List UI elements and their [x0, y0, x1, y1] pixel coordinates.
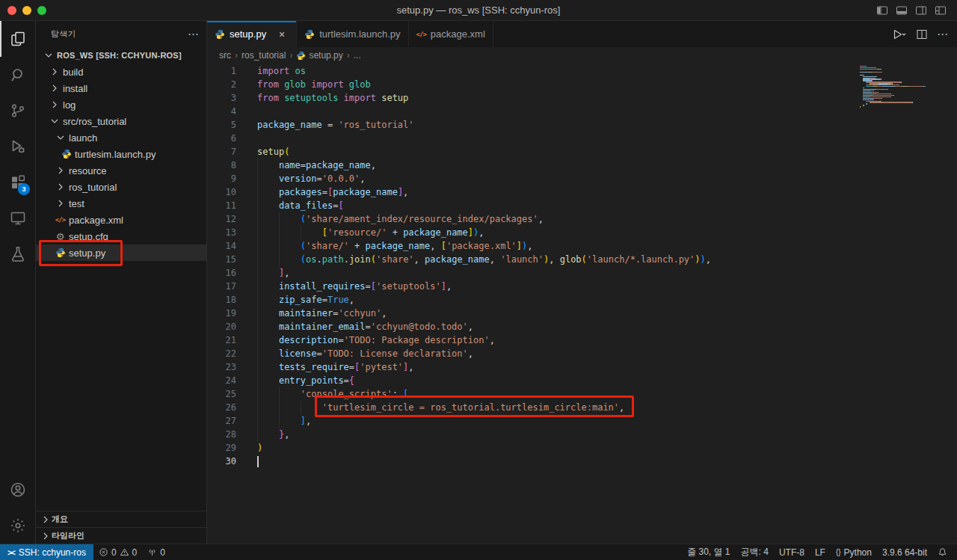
line-number[interactable]: 19 [207, 307, 236, 320]
tree-item-src-ros-tutorial[interactable]: src/ros_tutorial [36, 113, 206, 129]
line-number[interactable]: 28 [207, 428, 236, 441]
code-line-5[interactable]: 5package_name = 'ros_tutorial' [207, 118, 957, 132]
activity-source-control[interactable] [0, 93, 35, 129]
code-line-7[interactable]: 7setup( [207, 145, 957, 159]
line-number[interactable]: 3 [207, 91, 236, 105]
code-line-13[interactable]: 13 ['resource/' + package_name]), [207, 226, 957, 239]
problems-indicator[interactable]: 0 0 [93, 544, 142, 560]
activity-remote-explorer[interactable] [0, 200, 35, 236]
line-number[interactable]: 18 [207, 293, 236, 307]
code-line-14[interactable]: 14 ('share/' + package_name, ['package.x… [207, 239, 957, 253]
line-number[interactable]: 10 [207, 185, 236, 199]
ports-indicator[interactable]: 0 [142, 544, 170, 560]
code-line-9[interactable]: 9 version='0.0.0', [207, 172, 957, 185]
code-line-11[interactable]: 11 data_files=[ [207, 199, 957, 212]
code-line-19[interactable]: 19 maintainer='cchyun', [207, 307, 957, 320]
status-indentation[interactable]: 공백: 4 [736, 544, 774, 560]
code-line-18[interactable]: 18 zip_safe=True, [207, 293, 957, 307]
tab-turtlesim-launch-py[interactable]: turtlesim.launch.py [297, 21, 408, 47]
line-number[interactable]: 6 [207, 132, 236, 145]
tree-item-ros-tutorial[interactable]: ros_tutorial [36, 179, 206, 195]
code-line-26[interactable]: 26 'turtlesim_circle = ros_tutorial.turt… [207, 401, 957, 414]
tree-item-launch[interactable]: launch [36, 129, 206, 146]
remote-indicator[interactable]: >< SSH: cchyun-ros [0, 544, 93, 560]
line-number[interactable]: 16 [207, 266, 236, 280]
code-line-3[interactable]: 3from setuptools import setup [207, 91, 957, 105]
tree-item-ros-ws-ssh-cchyun-ros[interactable]: ROS_WS [SSH: CCHYUN-ROS] [36, 47, 206, 64]
line-number[interactable]: 15 [207, 253, 236, 266]
close-icon[interactable]: × [275, 28, 289, 41]
line-number[interactable]: 27 [207, 414, 236, 428]
code-line-2[interactable]: 2from glob import glob [207, 78, 957, 91]
line-number[interactable]: 23 [207, 360, 236, 374]
status-notifications[interactable] [932, 544, 953, 560]
status-cursor-position[interactable]: 줄 30, 열 1 [682, 544, 735, 560]
line-number[interactable]: 1 [207, 64, 236, 78]
code-editor[interactable]: 1import os2from glob import glob3from se… [207, 64, 957, 544]
activity-search[interactable] [0, 57, 35, 93]
activity-settings[interactable] [0, 508, 35, 544]
line-number[interactable]: 24 [207, 374, 236, 387]
line-number[interactable]: 5 [207, 118, 236, 132]
code-line-12[interactable]: 12 ('share/ament_index/resource_index/pa… [207, 212, 957, 226]
code-line-17[interactable]: 17 install_requires=['setuptools'], [207, 280, 957, 293]
breadcrumb-item[interactable]: ... [354, 50, 361, 61]
code-line-16[interactable]: 16 ], [207, 266, 957, 280]
line-number[interactable]: 26 [207, 401, 236, 414]
minimize-button[interactable] [22, 6, 31, 15]
line-number[interactable]: 13 [207, 226, 236, 239]
activity-extensions[interactable]: 3 [0, 164, 35, 200]
tab-package-xml[interactable]: </>package.xml [409, 21, 493, 47]
maximize-button[interactable] [37, 6, 46, 15]
line-number[interactable]: 14 [207, 239, 236, 253]
code-line-21[interactable]: 21 description='TODO: Package descriptio… [207, 333, 957, 347]
minimap[interactable] [860, 66, 935, 109]
layout-sidebar-right-icon[interactable] [915, 4, 927, 16]
activity-explorer[interactable] [0, 21, 35, 57]
code-line-30[interactable]: 30 [207, 455, 957, 468]
activity-testing[interactable] [0, 236, 35, 272]
breadcrumb-setup-py[interactable]: setup.py [296, 50, 342, 61]
code-line-29[interactable]: 29) [207, 441, 957, 455]
tree-item-setup-py[interactable]: setup.py [36, 244, 206, 261]
code-line-20[interactable]: 20 maintainer_email='cchyun@todo.todo', [207, 320, 957, 333]
section-timeline[interactable]: 타임라인 [36, 527, 206, 544]
split-editor-icon[interactable] [916, 28, 928, 40]
close-button[interactable] [7, 6, 16, 15]
tree-item-resource[interactable]: resource [36, 162, 206, 179]
line-number[interactable]: 8 [207, 159, 236, 172]
line-number[interactable]: 22 [207, 347, 236, 360]
status-language-mode[interactable]: {}Python [831, 544, 877, 560]
line-number[interactable]: 17 [207, 280, 236, 293]
tree-item-build[interactable]: build [36, 64, 206, 80]
code-line-4[interactable]: 4 [207, 105, 957, 118]
activity-account[interactable] [0, 472, 35, 508]
code-line-28[interactable]: 28 }, [207, 428, 957, 441]
line-number[interactable]: 7 [207, 145, 236, 159]
more-actions-icon[interactable]: ⋯ [188, 28, 199, 41]
code-line-8[interactable]: 8 name=package_name, [207, 159, 957, 172]
code-line-22[interactable]: 22 license='TODO: License declaration', [207, 347, 957, 360]
layout-sidebar-icon[interactable] [876, 4, 888, 16]
code-line-24[interactable]: 24 entry_points={ [207, 374, 957, 387]
line-number[interactable]: 4 [207, 105, 236, 118]
line-number[interactable]: 25 [207, 387, 236, 401]
breadcrumb-ros-tutorial[interactable]: ros_tutorial [241, 50, 286, 61]
line-number[interactable]: 29 [207, 441, 236, 455]
line-number[interactable]: 11 [207, 199, 236, 212]
line-number[interactable]: 30 [207, 455, 236, 468]
tree-item-install[interactable]: install [36, 80, 206, 96]
status-python-interpreter[interactable]: 3.9.6 64-bit [877, 544, 932, 560]
activity-run-debug[interactable] [0, 129, 35, 164]
breadcrumb-src[interactable]: src [219, 50, 231, 61]
tree-item-test[interactable]: test [36, 195, 206, 212]
line-number[interactable]: 9 [207, 172, 236, 185]
tree-item-log[interactable]: log [36, 96, 206, 113]
code-line-6[interactable]: 6 [207, 132, 957, 145]
code-line-25[interactable]: 25 'console_scripts': [ [207, 387, 957, 401]
code-line-10[interactable]: 10 packages=[package_name], [207, 185, 957, 199]
line-number[interactable]: 21 [207, 333, 236, 347]
code-line-27[interactable]: 27 ], [207, 414, 957, 428]
code-line-15[interactable]: 15 (os.path.join('share', package_name, … [207, 253, 957, 266]
tree-item-turtlesim-launch-py[interactable]: turtlesim.launch.py [36, 146, 206, 162]
